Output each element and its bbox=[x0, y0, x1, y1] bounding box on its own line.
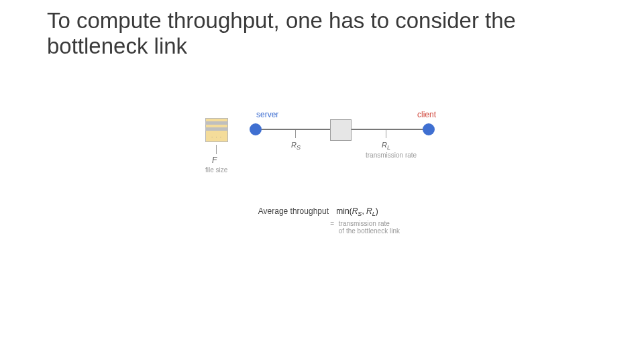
file-size-label: file size bbox=[205, 166, 227, 174]
explain-line1: transmission rate bbox=[339, 220, 390, 227]
rl-sub: L bbox=[387, 144, 390, 151]
file-tick bbox=[216, 145, 217, 154]
router-icon bbox=[330, 119, 352, 141]
file-ellipsis: . . . bbox=[205, 133, 228, 139]
formula-explain: = transmission rate of the bottleneck li… bbox=[225, 220, 453, 235]
rl-main: R bbox=[382, 141, 387, 149]
rs-tick bbox=[295, 130, 296, 138]
rs-label: RS bbox=[291, 141, 301, 151]
client-text: client bbox=[417, 110, 436, 119]
min-fn: min bbox=[336, 206, 349, 216]
client-label: client bbox=[417, 110, 436, 119]
file-band bbox=[205, 121, 228, 125]
eq-sign: = bbox=[225, 220, 337, 227]
arg2-main: R bbox=[366, 206, 372, 216]
server-node-icon bbox=[250, 123, 262, 135]
file-band bbox=[205, 127, 228, 131]
throughput-formula: Average throughput min(RS, RL) = transmi… bbox=[225, 206, 453, 235]
client-node-icon bbox=[423, 123, 435, 135]
rs-main: R bbox=[291, 141, 297, 149]
rl-label: RL bbox=[382, 141, 390, 151]
file-var-F: F bbox=[212, 156, 217, 165]
slide-title: To compute throughput, one has to consid… bbox=[47, 8, 604, 59]
formula-main: Average throughput min(RS, RL) bbox=[225, 206, 453, 217]
throughput-diagram: . . . F file size server client RS RL t bbox=[201, 114, 449, 201]
server-text: server bbox=[256, 110, 278, 119]
explain-line2: of the bottleneck link bbox=[339, 227, 400, 235]
transmission-rate-label: transmission rate bbox=[366, 152, 417, 159]
paren-close: ) bbox=[376, 206, 378, 216]
rs-sub: S bbox=[297, 144, 301, 151]
eq-pad-blank bbox=[225, 227, 337, 235]
server-label: server bbox=[256, 110, 278, 119]
formula-rhs: min(RS, RL) bbox=[336, 206, 378, 217]
formula-lhs: Average throughput bbox=[225, 206, 334, 216]
file-stack-icon: . . . bbox=[205, 118, 228, 142]
slide: To compute throughput, one has to consid… bbox=[0, 0, 644, 362]
rl-tick bbox=[386, 130, 386, 138]
